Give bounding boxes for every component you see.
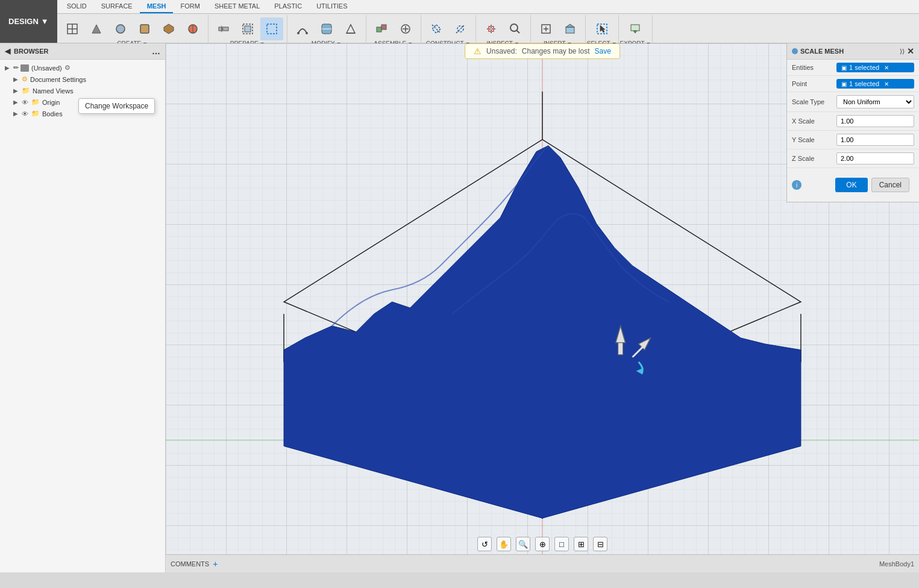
y-scale-row: Y Scale <box>787 131 919 149</box>
main-layout: ◀ BROWSER … Change Workspace ▶ ✏ (Unsave… <box>0 43 919 572</box>
info-icon[interactable]: i <box>792 180 801 190</box>
tab-surface[interactable]: SURFACE <box>94 0 140 13</box>
create-icon-5[interactable] <box>157 17 180 40</box>
eye-bodies-icon[interactable]: 👁 <box>22 110 31 117</box>
panel-expand-icon[interactable]: ⟩⟩ <box>900 48 905 55</box>
entities-clear-btn[interactable]: ✕ <box>884 64 889 71</box>
tab-sheet-metal[interactable]: SHEET METAL <box>207 0 267 13</box>
inspect-icon-1[interactable] <box>480 17 503 40</box>
expand-named-views-icon: ▶ <box>13 87 22 94</box>
tree-item-named-views[interactable]: ▶ 📁 Named Views <box>0 85 165 96</box>
browser-title: BROWSER <box>14 48 48 55</box>
prepare-icon-2[interactable] <box>236 17 259 40</box>
modify-icon-2[interactable] <box>315 17 338 40</box>
create-icon-6[interactable] <box>181 17 204 40</box>
svg-point-27 <box>457 26 463 32</box>
create-icon-3[interactable] <box>109 17 132 40</box>
prepare-icon-1[interactable] <box>212 17 235 40</box>
assemble-icon-2[interactable] <box>394 17 417 40</box>
tab-form[interactable]: FORM <box>173 0 207 13</box>
svg-line-24 <box>432 25 441 33</box>
y-scale-label: Y Scale <box>792 136 834 143</box>
ok-button[interactable]: OK <box>835 178 867 192</box>
construct-icon-1[interactable] <box>425 17 448 40</box>
folder-icon: 📁 <box>22 87 30 95</box>
svg-marker-37 <box>566 24 574 27</box>
panel-close-icon[interactable]: ✕ <box>907 46 914 56</box>
export-icon[interactable] <box>624 17 647 40</box>
select-cursor-icon[interactable] <box>591 17 613 40</box>
browser-options-icon[interactable]: … <box>152 46 160 56</box>
construct-icon-2[interactable] <box>449 17 472 40</box>
x-scale-input[interactable] <box>836 115 914 127</box>
z-scale-value[interactable] <box>836 152 914 164</box>
design-button[interactable]: DESIGN ▼ <box>0 0 57 43</box>
insert-icon-2[interactable] <box>559 17 582 40</box>
display-mode-icon[interactable]: □ <box>554 537 569 551</box>
svg-rect-12 <box>267 24 277 34</box>
tab-bar: SOLID SURFACE MESH FORM SHEET METAL PLAS… <box>57 0 919 14</box>
svg-line-32 <box>516 30 519 33</box>
x-scale-value[interactable] <box>836 115 914 127</box>
svg-marker-5 <box>164 24 174 34</box>
save-link[interactable]: Save <box>595 47 611 55</box>
expand-icon: ▶ <box>5 64 13 71</box>
point-clear-btn[interactable]: ✕ <box>884 81 889 87</box>
x-scale-row: X Scale <box>787 112 919 131</box>
tab-mesh[interactable]: MESH <box>140 0 174 13</box>
entities-row: Entities ▣ 1 selected ✕ <box>787 60 919 76</box>
more-icon[interactable]: ⊟ <box>593 537 607 551</box>
meshbody-label: MeshBody1 <box>879 560 914 568</box>
grid-icon[interactable]: ⊞ <box>574 537 588 551</box>
scale-type-select[interactable]: Uniform Non Uniform <box>836 95 914 108</box>
inspect-icon-2[interactable] <box>504 17 527 40</box>
browser-header: ◀ BROWSER … <box>0 43 165 60</box>
scale-mesh-header: SCALE MESH ⟩⟩ ✕ <box>787 43 919 60</box>
design-arrow: ▼ <box>41 17 49 26</box>
component-icon <box>20 64 29 72</box>
browser-back-icon[interactable]: ◀ <box>5 47 10 55</box>
y-scale-value[interactable] <box>836 134 914 146</box>
insert-icon-1[interactable] <box>535 17 557 40</box>
tab-solid[interactable]: SOLID <box>60 0 94 13</box>
pan-icon[interactable]: ✋ <box>497 537 511 551</box>
svg-point-3 <box>116 25 125 33</box>
svg-rect-4 <box>140 25 149 33</box>
svg-marker-17 <box>347 25 355 33</box>
svg-rect-54 <box>618 343 623 355</box>
cancel-button[interactable]: Cancel <box>871 178 909 192</box>
svg-rect-11 <box>245 26 251 32</box>
point-label: Point <box>792 80 834 87</box>
scale-type-value[interactable]: Uniform Non Uniform <box>836 95 914 108</box>
modify-icon-3[interactable] <box>339 17 362 40</box>
eye-origin-icon[interactable]: 👁 <box>22 99 31 106</box>
z-scale-input[interactable] <box>836 152 914 164</box>
tab-plastic[interactable]: PLASTIC <box>267 0 309 13</box>
x-scale-label: X Scale <box>792 117 834 125</box>
create-icon-1[interactable] <box>61 17 84 40</box>
y-scale-input[interactable] <box>836 134 914 146</box>
gear-icon: ⚙ <box>22 75 28 83</box>
tree-item-doc-settings[interactable]: ▶ ⚙ Document Settings <box>0 74 165 85</box>
add-comment-icon[interactable]: + <box>213 559 218 569</box>
settings-icon[interactable]: ⚙ <box>64 64 71 72</box>
fit-icon[interactable]: ⊕ <box>535 537 550 551</box>
create-icon-4[interactable] <box>133 17 156 40</box>
rotate-icon[interactable]: ↺ <box>477 537 492 551</box>
entities-label: Entities <box>792 64 834 71</box>
modify-icon-1[interactable] <box>291 17 314 40</box>
entities-badge-text: 1 selected <box>849 64 879 71</box>
svg-rect-36 <box>566 27 574 33</box>
tree-item-unsaved[interactable]: ▶ ✏ (Unsaved) ⚙ <box>0 62 165 74</box>
bottom-bar: COMMENTS + MeshBody1 <box>166 554 919 572</box>
canvas-area[interactable]: ⚠ Unsaved: Changes may be lost Save <box>166 43 919 572</box>
tab-utilities[interactable]: UTILITIES <box>309 0 354 13</box>
assemble-icon-1[interactable] <box>370 17 393 40</box>
scale-type-row: Scale Type Uniform Non Uniform <box>787 92 919 112</box>
zoom-icon[interactable]: 🔍 <box>516 537 530 551</box>
select-icon[interactable] <box>260 17 283 40</box>
create-icon-2[interactable] <box>85 17 108 40</box>
z-scale-label: Z Scale <box>792 155 834 162</box>
origin-folder-icon: 📁 <box>31 98 40 106</box>
point-badge: ▣ 1 selected ✕ <box>836 79 914 89</box>
